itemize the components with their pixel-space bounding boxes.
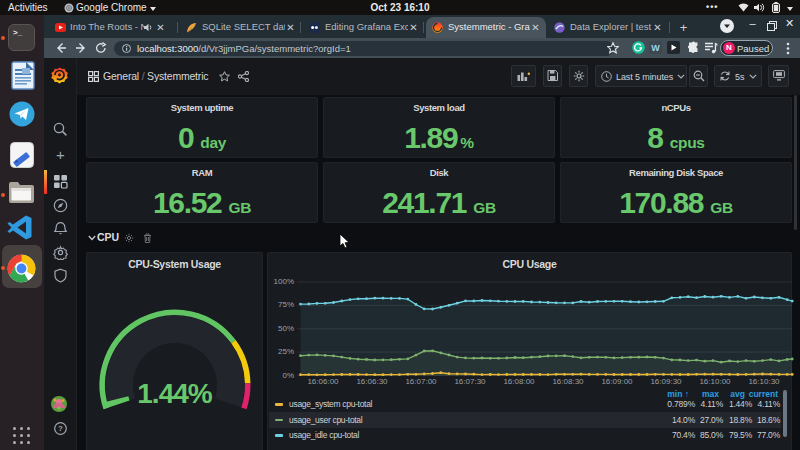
svg-text:?: ?: [58, 424, 63, 433]
svg-text:W: W: [651, 43, 660, 53]
